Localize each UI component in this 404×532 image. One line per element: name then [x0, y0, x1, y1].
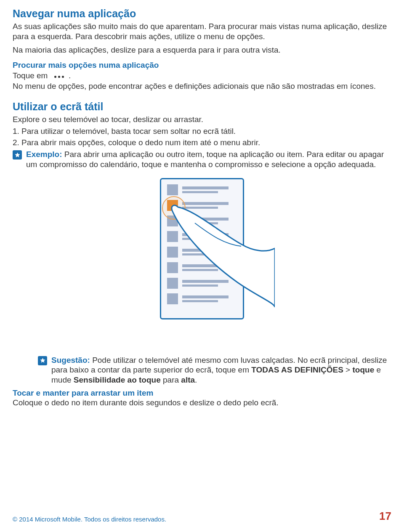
copyright: © 2014 Microsoft Mobile. Todos os direit… — [13, 516, 166, 523]
example-block: Exemplo: Para abrir uma aplicação ou out… — [13, 149, 391, 170]
tip-block: Sugestão: Pode utilizar o telemóvel até … — [38, 355, 391, 385]
page-number: 17 — [379, 510, 391, 523]
hand-icon — [170, 198, 275, 307]
heading-drag: Tocar e manter para arrastar um item — [13, 388, 391, 398]
maj-line: Na maioria das aplicações, deslize para … — [13, 45, 391, 55]
tip-part3: para — [161, 375, 181, 384]
tip-bold4: alta — [181, 375, 195, 384]
step-2: 2. Para abrir mais opções, coloque o ded… — [13, 138, 391, 148]
drag-body: Coloque o dedo no item durante dois segu… — [13, 398, 391, 408]
intro-navegar: As suas aplicações são muito mais do que… — [13, 21, 391, 42]
star-icon — [38, 356, 47, 365]
heading-ecra-tatil: Utilizar o ecrã tátil — [13, 101, 391, 113]
tip-label: Sugestão: — [51, 356, 92, 364]
figure-touch — [13, 178, 391, 319]
toque-line: Toque em . — [13, 71, 391, 81]
more-options-icon — [53, 70, 65, 80]
phone-illustration — [160, 178, 244, 319]
tip-bold1: TODAS AS DEFINIÇÕES — [251, 365, 343, 374]
toque-prefix: Toque em — [13, 71, 50, 80]
example-text: Para abrir uma aplicação ou outro item, … — [26, 150, 384, 169]
subhead-procurar: Procurar mais opções numa aplicação — [13, 61, 391, 70]
page-footer: © 2014 Microsoft Mobile. Todos os direit… — [13, 510, 391, 523]
heading-navegar: Navegar numa aplicação — [13, 8, 391, 20]
star-icon — [13, 150, 22, 160]
options-note: No menu de opções, pode encontrar ações … — [13, 81, 391, 91]
list-item — [167, 184, 237, 195]
step-1: 1. Para utilizar o telemóvel, basta toca… — [13, 126, 391, 136]
toque-suffix: . — [69, 71, 71, 80]
tip-bold3: Sensibilidade ao toque — [74, 375, 161, 384]
example-label: Exemplo: — [26, 150, 64, 159]
tip-bold2: toque — [352, 365, 374, 374]
intro-ecra: Explore o seu telemóvel ao tocar, desliz… — [13, 114, 391, 125]
tip-dot: . — [195, 375, 197, 384]
tip-gt: > — [343, 365, 353, 374]
